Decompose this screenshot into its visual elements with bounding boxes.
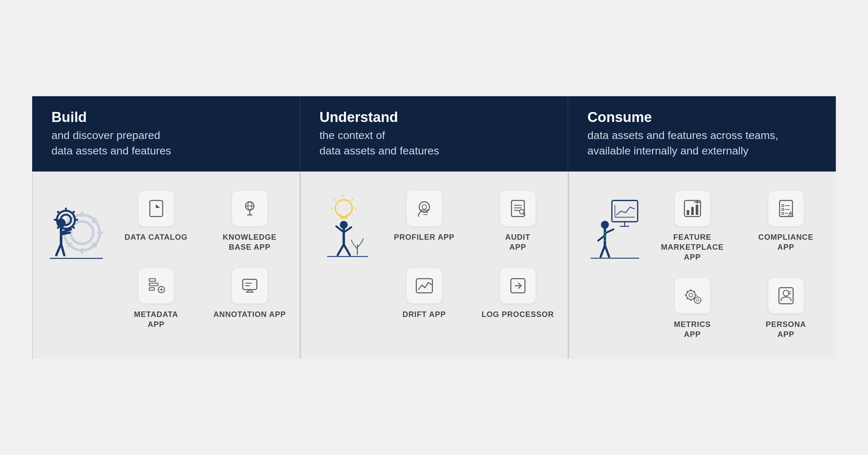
metrics-app-icon-box	[675, 278, 710, 313]
svg-rect-37	[149, 288, 154, 290]
knowledge-base-label: KNOWLEDGEBASE APP	[223, 232, 277, 252]
drift-app-label: DRIFT APP	[403, 309, 446, 319]
build-content-section: DATA CATALOG KNOWLEDGEBASE APP	[32, 171, 300, 359]
data-catalog-item: DATA CATALOG	[119, 191, 193, 252]
compliance-app-icon-box	[768, 191, 804, 226]
svg-point-45	[335, 199, 352, 217]
svg-marker-28	[156, 205, 160, 208]
svg-rect-92	[696, 205, 698, 215]
svg-rect-91	[691, 207, 694, 215]
consume-illustration	[581, 191, 646, 265]
svg-line-24	[56, 244, 61, 255]
svg-line-25	[61, 244, 64, 255]
drift-app-item: DRIFT APP	[387, 268, 461, 319]
svg-line-84	[605, 245, 609, 256]
svg-point-114	[694, 297, 701, 304]
data-catalog-label: DATA CATALOG	[125, 232, 188, 242]
header-consume-section: Consume data assets and features across …	[568, 96, 836, 171]
svg-line-56	[338, 244, 344, 255]
profiler-app-icon-box	[407, 191, 442, 226]
metrics-app-label: METRICSAPP	[674, 319, 711, 339]
svg-line-57	[344, 244, 350, 255]
svg-line-83	[600, 245, 605, 256]
svg-rect-71	[416, 279, 432, 293]
understand-content-section: PROFILER APP AUDITAPP	[300, 171, 568, 359]
drift-app-icon-box	[407, 268, 442, 304]
annotation-app-icon-box	[232, 268, 268, 304]
svg-line-48	[351, 199, 353, 201]
build-subtitle: and discover prepareddata assets and fea…	[52, 128, 281, 158]
content-area: DATA CATALOG KNOWLEDGEBASE APP	[32, 171, 836, 359]
svg-rect-99	[782, 212, 784, 214]
consume-apps-grid: FEATUREMARKETPLACE APP	[655, 191, 823, 340]
header-bar: Build and discover prepareddata assets a…	[32, 96, 836, 171]
log-processor-label: LOG PROCESSOR	[482, 309, 554, 319]
compliance-app-label: COMPLIANCEAPP	[758, 232, 813, 252]
build-title: Build	[52, 109, 281, 125]
svg-line-8	[68, 244, 71, 246]
svg-point-121	[783, 290, 789, 296]
consume-content-section: FEATUREMARKETPLACE APP	[568, 171, 836, 359]
compliance-app-item: COMPLIANCEAPP	[749, 191, 823, 262]
profiler-app-label: PROFILER APP	[394, 232, 454, 242]
svg-point-115	[696, 299, 699, 302]
metadata-app-icon-box	[138, 268, 174, 304]
understand-illustration	[313, 191, 377, 265]
svg-rect-41	[243, 279, 257, 290]
svg-line-81	[605, 229, 613, 233]
feature-marketplace-icon-box	[675, 191, 710, 226]
build-illustration	[45, 191, 109, 265]
svg-rect-27	[150, 200, 163, 217]
svg-rect-35	[149, 279, 156, 281]
svg-rect-74	[612, 200, 638, 222]
annotation-app-label: ANNOTATION APP	[214, 309, 286, 319]
svg-point-61	[422, 205, 427, 209]
profiler-app-item: PROFILER APP	[387, 191, 461, 252]
svg-point-103	[790, 215, 791, 216]
annotation-app-item: ANNOTATION APP	[213, 268, 287, 329]
header-understand-section: Understand the context ofdata assets and…	[300, 96, 568, 171]
svg-point-105	[689, 293, 693, 297]
build-apps-grid: DATA CATALOG KNOWLEDGEBASE APP	[119, 191, 287, 330]
svg-rect-95	[782, 205, 784, 206]
svg-line-7	[93, 244, 95, 246]
feature-marketplace-item: FEATUREMARKETPLACE APP	[655, 191, 730, 262]
metadata-app-item: METADATAAPP	[119, 268, 193, 329]
svg-rect-36	[149, 283, 158, 286]
audit-app-icon-box	[500, 191, 535, 226]
main-container: Build and discover prepareddata assets a…	[32, 96, 836, 359]
understand-subtitle: the context ofdata assets and features	[319, 128, 549, 158]
persona-app-icon-box	[768, 278, 804, 313]
persona-app-label: PERSONAAPP	[766, 319, 806, 339]
svg-point-85	[604, 231, 606, 233]
svg-point-87	[604, 239, 606, 241]
svg-rect-90	[687, 210, 689, 215]
svg-line-9	[93, 219, 95, 222]
svg-line-49	[334, 199, 336, 201]
svg-line-17	[72, 226, 74, 228]
data-catalog-icon-box	[138, 191, 174, 226]
consume-subtitle: data assets and features across teams,av…	[587, 128, 816, 158]
svg-line-23	[61, 233, 70, 234]
log-processor-item: LOG PROCESSOR	[480, 268, 555, 319]
log-processor-icon-box	[500, 268, 535, 304]
metrics-app-item: METRICSAPP	[655, 278, 730, 339]
consume-title: Consume	[587, 109, 816, 125]
understand-title: Understand	[319, 109, 549, 125]
feature-marketplace-label: FEATUREMARKETPLACE APP	[655, 232, 730, 262]
understand-apps-grid: PROFILER APP AUDITAPP	[387, 191, 555, 319]
audit-app-label: AUDITAPP	[505, 232, 530, 252]
svg-rect-97	[782, 208, 784, 210]
audit-app-item: AUDITAPP	[480, 191, 555, 252]
svg-line-19	[72, 212, 74, 214]
svg-point-86	[604, 235, 606, 237]
svg-point-20	[57, 219, 66, 227]
svg-line-16	[58, 212, 60, 214]
metadata-app-label: METADATAAPP	[134, 309, 178, 329]
svg-point-93	[696, 201, 698, 203]
header-build-section: Build and discover prepareddata assets a…	[32, 96, 300, 171]
knowledge-base-icon-box	[232, 191, 268, 226]
knowledge-base-item: KNOWLEDGEBASE APP	[213, 191, 287, 252]
persona-app-item: PERSONAAPP	[749, 278, 823, 339]
